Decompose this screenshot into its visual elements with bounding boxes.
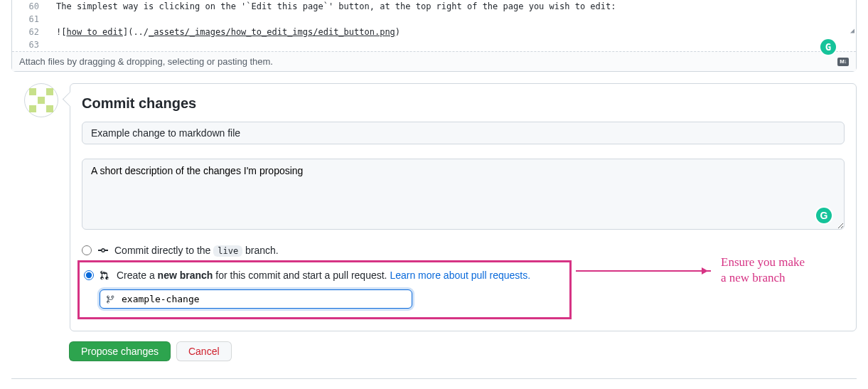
line-number: 63 — [12, 38, 50, 51]
annotation-highlight-box: Create a new branch for this commit and … — [77, 260, 572, 319]
annotation-arrow-icon — [576, 270, 711, 272]
radio-new-branch-input[interactable] — [84, 270, 94, 280]
learn-more-link[interactable]: Learn more about pull requests. — [390, 270, 530, 281]
commit-summary-input[interactable] — [82, 122, 845, 144]
radio-commit-direct-input[interactable] — [82, 245, 92, 255]
annotation-text: Ensure you make a new branch — [721, 255, 805, 286]
git-commit-icon — [97, 245, 109, 256]
git-branch-icon — [106, 294, 116, 304]
avatar — [24, 83, 58, 117]
resize-handle-icon[interactable]: ◢ — [850, 24, 854, 37]
branch-name-input[interactable] — [100, 289, 412, 309]
commit-changes-panel: Commit changes G Commit directly to the … — [70, 83, 857, 331]
commit-description-textarea[interactable] — [82, 159, 845, 230]
line-number: 62 — [12, 26, 50, 38]
line-number: 61 — [12, 13, 50, 26]
propose-changes-button[interactable]: Propose changes — [69, 341, 171, 361]
git-pull-request-icon — [100, 270, 111, 281]
code-lines[interactable]: 60 The simplest way is clicking on the '… — [12, 0, 856, 51]
line-number: 60 — [12, 0, 50, 13]
cancel-button[interactable]: Cancel — [176, 341, 232, 361]
radio-direct-label: Commit directly to the live branch. — [114, 245, 279, 256]
code-text: ![how to edit](../_assets/_images/how_to… — [50, 26, 400, 38]
grammarly-icon[interactable]: G — [820, 39, 836, 55]
attach-hint-text: Attach files by dragging & dropping, sel… — [19, 56, 273, 67]
markdown-icon[interactable]: M↓ — [837, 58, 849, 66]
code-text — [50, 38, 56, 51]
grammarly-icon[interactable]: G — [816, 208, 832, 223]
footer-divider — [11, 378, 857, 379]
code-editor-panel: 60 The simplest way is clicking on the '… — [11, 0, 857, 72]
radio-new-branch-label: Create a new branch for this commit and … — [117, 270, 530, 281]
attach-files-bar[interactable]: Attach files by dragging & dropping, sel… — [12, 51, 856, 71]
radio-new-branch[interactable]: Create a new branch for this commit and … — [84, 267, 562, 284]
code-text — [50, 13, 56, 26]
commit-heading: Commit changes — [82, 95, 845, 112]
code-text: The simplest way is clicking on the '`Ed… — [50, 0, 616, 13]
